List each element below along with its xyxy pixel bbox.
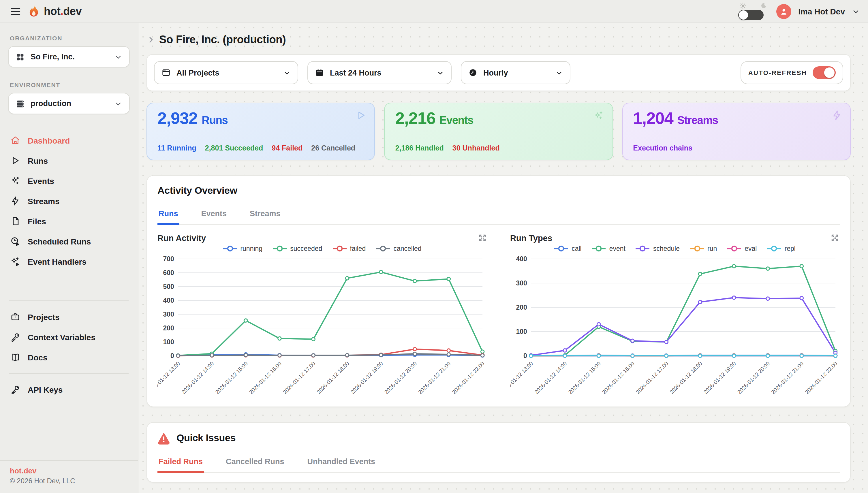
- sidebar: ORGANIZATION So Fire, Inc. ENVIRONMENT p…: [0, 23, 139, 493]
- user-name[interactable]: Ima Hot Dev: [798, 7, 845, 16]
- warning-icon: [157, 432, 170, 445]
- top-bar: hot.dev Ima Hot Dev: [0, 0, 868, 23]
- svg-text:2026-01-12 16:00: 2026-01-12 16:00: [248, 360, 282, 395]
- stat-cards: 2,932Runs 11 Running 2,801 Succeeded 94 …: [147, 103, 851, 160]
- sidebar-item-docs[interactable]: Docs: [0, 347, 138, 367]
- project-filter-dropdown[interactable]: All Projects: [154, 61, 298, 84]
- auto-refresh-toggle[interactable]: [813, 66, 836, 79]
- sidebar-item-projects[interactable]: Projects: [0, 307, 138, 327]
- sidebar-item-runs[interactable]: Runs: [0, 150, 138, 171]
- tab-failed-runs[interactable]: Failed Runs: [157, 453, 204, 473]
- tab-unhandled-events[interactable]: Unhandled Events: [306, 453, 377, 472]
- auto-refresh-knob: [824, 67, 834, 78]
- play-icon: [356, 110, 366, 121]
- legend-item[interactable]: call: [554, 245, 581, 252]
- sidebar-item-context-variables[interactable]: Context Variables: [0, 327, 138, 347]
- sidebar-item-files[interactable]: Files: [0, 211, 138, 231]
- legend-item[interactable]: schedule: [636, 245, 680, 252]
- briefcase-icon: [10, 312, 20, 322]
- svg-text:200: 200: [516, 304, 527, 311]
- streams-unit: Streams: [677, 114, 718, 126]
- quick-issues-card: Quick Issues Failed Runs Cancelled Runs …: [147, 422, 851, 483]
- expand-icon[interactable]: [477, 233, 487, 243]
- svg-text:2026-01-12 14:00: 2026-01-12 14:00: [533, 360, 568, 395]
- auto-refresh-label: AUTO-REFRESH: [748, 69, 807, 76]
- window-icon: [162, 68, 171, 77]
- chevron-down-icon: [555, 69, 563, 77]
- legend-item[interactable]: repl: [767, 245, 796, 252]
- environment-select[interactable]: production: [8, 93, 130, 114]
- brand-logo[interactable]: hot.dev: [28, 4, 82, 19]
- interval-value: Hourly: [483, 68, 550, 77]
- tab-cancelled-runs[interactable]: Cancelled Runs: [225, 453, 285, 472]
- chevron-down-icon: [283, 69, 291, 77]
- expand-icon[interactable]: [830, 233, 840, 243]
- environment-value: production: [30, 99, 108, 108]
- svg-text:300: 300: [163, 310, 174, 318]
- moon-icon: [760, 2, 767, 9]
- run-activity-legend: runningsucceededfailedcancelled: [157, 245, 487, 252]
- app-window: hot.dev Ima Hot Dev ORGANIZATION So Fire…: [0, 0, 868, 493]
- run-activity-title: Run Activity: [157, 233, 206, 242]
- footer-brand-link[interactable]: hot.dev: [10, 467, 128, 475]
- sidebar-item-dashboard[interactable]: Dashboard: [0, 130, 138, 150]
- hamburger-icon: [10, 5, 21, 17]
- events-unit: Events: [440, 114, 473, 126]
- runs-stat-card[interactable]: 2,932Runs 11 Running 2,801 Succeeded 94 …: [147, 103, 375, 160]
- streams-stat-card[interactable]: 1,204Streams Execution chains: [622, 103, 851, 160]
- org-grid-icon: [16, 52, 25, 61]
- svg-text:2026-01-12 13:00: 2026-01-12 13:00: [157, 360, 181, 395]
- legend-item[interactable]: failed: [333, 245, 366, 252]
- legend-item[interactable]: succeeded: [273, 245, 322, 252]
- svg-text:2026-01-12 15:00: 2026-01-12 15:00: [567, 360, 601, 395]
- svg-text:500: 500: [163, 283, 174, 290]
- tab-runs[interactable]: Runs: [157, 205, 179, 225]
- main-content: So Fire, Inc. (production) All Projects …: [139, 23, 868, 493]
- chevron-down-icon[interactable]: [852, 7, 860, 15]
- handled-count: 2,186 Handled: [395, 144, 444, 152]
- svg-text:2026-01-12 18:00: 2026-01-12 18:00: [669, 360, 703, 395]
- chevron-right-icon: [147, 35, 156, 44]
- time-range-dropdown[interactable]: Last 24 Hours: [308, 61, 451, 84]
- svg-text:2026-01-12 21:00: 2026-01-12 21:00: [770, 360, 804, 395]
- svg-text:2026-01-12 16:00: 2026-01-12 16:00: [601, 360, 635, 395]
- home-icon: [10, 135, 20, 145]
- events-count: 2,216: [395, 109, 436, 127]
- user-avatar[interactable]: [776, 4, 791, 19]
- svg-text:100: 100: [516, 328, 527, 335]
- svg-text:2026-01-12 17:00: 2026-01-12 17:00: [634, 360, 669, 395]
- svg-text:700: 700: [163, 255, 174, 263]
- legend-item[interactable]: eval: [727, 245, 757, 252]
- hamburger-menu-button[interactable]: [8, 4, 23, 19]
- lightning-icon: [832, 110, 842, 121]
- sidebar-item-api-keys[interactable]: API Keys: [0, 380, 138, 400]
- key-icon: [10, 332, 20, 342]
- sidebar-item-scheduled-runs[interactable]: Scheduled Runs: [0, 231, 138, 251]
- organization-select[interactable]: So Fire, Inc.: [8, 46, 130, 67]
- svg-text:400: 400: [516, 255, 527, 263]
- tab-streams[interactable]: Streams: [249, 205, 282, 224]
- run-types-legend: calleventschedulerunevalrepl: [510, 245, 840, 252]
- sidebar-item-event-handlers[interactable]: Event Handlers: [0, 251, 138, 272]
- svg-text:0: 0: [170, 352, 174, 360]
- tab-events[interactable]: Events: [200, 205, 228, 224]
- run-types-title: Run Types: [510, 233, 552, 242]
- theme-toggle[interactable]: [738, 9, 764, 20]
- run-types-chart: 01002003004002026-01-12 13:002026-01-12 …: [510, 253, 840, 397]
- legend-item[interactable]: event: [592, 245, 626, 252]
- sidebar-divider: [9, 300, 129, 301]
- running-count: 11 Running: [157, 144, 196, 152]
- legend-item[interactable]: run: [690, 245, 717, 252]
- brand-name: hot.dev: [44, 5, 82, 18]
- interval-dropdown[interactable]: Hourly: [461, 61, 570, 84]
- svg-text:400: 400: [163, 297, 174, 304]
- svg-text:2026-01-12 13:00: 2026-01-12 13:00: [510, 360, 534, 395]
- chevron-down-icon: [114, 53, 122, 61]
- legend-item[interactable]: running: [223, 245, 262, 252]
- sidebar-item-streams[interactable]: Streams: [0, 191, 138, 211]
- svg-text:2026-01-12 20:00: 2026-01-12 20:00: [736, 360, 770, 395]
- chevron-down-icon: [114, 100, 122, 108]
- sidebar-item-events[interactable]: Events: [0, 171, 138, 191]
- legend-item[interactable]: cancelled: [376, 245, 421, 252]
- events-stat-card[interactable]: 2,216Events 2,186 Handled 30 Unhandled: [384, 103, 613, 160]
